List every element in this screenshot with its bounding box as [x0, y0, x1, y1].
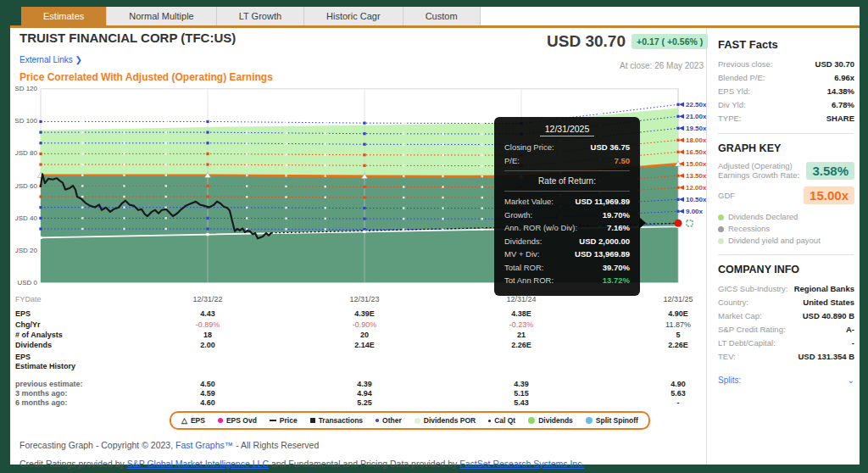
quarter-marker — [442, 175, 443, 177]
price-change-badge: +0.17 ( +0.56% ) — [632, 34, 708, 49]
quarter-marker — [325, 143, 326, 145]
quarter-marker — [246, 207, 248, 209]
splits-label: Splits: — [718, 376, 741, 385]
company-info-list: GICS Sub-Industry:Regional BanksCountry:… — [718, 282, 854, 364]
tab-normal-multiple[interactable]: Normal Multiple — [107, 7, 216, 25]
legend-label: Split Spinoff — [596, 416, 638, 425]
legend-label: Dividends POR — [424, 416, 476, 425]
year-marker — [206, 227, 209, 230]
splits-link[interactable]: Splits: ⌄ — [718, 376, 854, 385]
year-marker — [206, 163, 209, 165]
legend-item-dividends[interactable]: Dividends — [528, 416, 573, 425]
external-links-link[interactable]: External Links ❯ — [19, 55, 82, 64]
fact-value: USD 40.890 B — [803, 309, 854, 323]
year-marker — [206, 195, 209, 198]
legend-item-other[interactable]: Other — [376, 416, 402, 425]
legend-item-dividends-por[interactable]: Dividends POR — [415, 416, 476, 425]
quarter-marker — [442, 207, 443, 209]
year-marker — [363, 196, 365, 198]
legend-item-cal-qt[interactable]: Cal Qt — [488, 416, 515, 425]
table-cell: 18 — [157, 331, 259, 339]
factset-link[interactable]: FactSet Research Systems Inc. — [459, 459, 584, 469]
table-cell: 4.39 — [470, 380, 572, 388]
legend-item-split-spinoff[interactable]: Split Spinoff — [586, 416, 638, 425]
year-marker — [206, 217, 209, 220]
table-cell: FYDate — [15, 295, 42, 303]
legend-item-price[interactable]: Price — [270, 416, 298, 425]
fact-value: USD 30.70 — [815, 58, 854, 71]
tooltip-row: Ann. ROR (w/o Div):7.16% — [504, 221, 630, 235]
quarter-marker — [403, 154, 404, 156]
tab-lt-growth[interactable]: LT Growth — [217, 7, 304, 25]
legend-label: Cal Qt — [494, 416, 515, 425]
dividends-por-icon — [415, 418, 420, 424]
table-cell: Estimate History — [15, 362, 75, 370]
quarter-marker — [123, 217, 125, 219]
legend-label: EPS — [191, 416, 205, 425]
line-end-arrow-icon — [679, 149, 684, 154]
y-axis-tick: USD 40 — [15, 214, 38, 222]
line-end-arrow-icon — [679, 125, 684, 131]
bullet-label: Dividend yield and payout — [728, 235, 821, 247]
sp-global-link[interactable]: S&P Global Market Intelligence LLC — [127, 459, 269, 469]
fact-label: Market Cap: — [718, 309, 762, 323]
tooltip-section-title: Rate of Return: — [504, 175, 630, 187]
table-cell: 5.15 — [470, 389, 572, 398]
bullet-dot-icon — [718, 226, 724, 232]
price-icon — [270, 420, 276, 421]
fact-row: LT Debt/Capital:- — [718, 337, 854, 350]
quarter-marker — [81, 206, 83, 208]
cal-qt-icon — [488, 420, 491, 422]
providers-text: Credit Ratings provided by — [19, 459, 127, 469]
tooltip-row-value: 39.70% — [603, 261, 630, 275]
legend-item-eps-ovd[interactable]: EPS Ovd — [218, 416, 257, 425]
quarter-marker — [123, 206, 125, 208]
quarter-marker — [481, 186, 483, 187]
fact-label: EPS Yld: — [718, 85, 750, 98]
quarter-marker — [165, 120, 167, 122]
quarter-marker — [285, 186, 287, 187]
table-cell: EPS — [15, 353, 31, 361]
fact-value: - — [852, 337, 854, 350]
table-cell: EPS — [15, 309, 31, 318]
quarter-marker — [285, 175, 287, 176]
table-cell: # of Analysts — [15, 331, 63, 339]
quarter-marker — [165, 164, 167, 165]
table-cell: -0.89% — [157, 320, 259, 329]
tab-custom[interactable]: Custom — [403, 7, 481, 25]
quarter-marker — [442, 228, 443, 230]
fact-label: LT Debt/Capital: — [718, 337, 776, 350]
tooltip-row-label: P/E: — [504, 154, 520, 168]
quarter-marker — [598, 113, 600, 114]
dividends-icon — [528, 417, 535, 424]
quarter-marker — [246, 153, 248, 155]
fact-label: Previous close: — [718, 58, 772, 71]
legend-item-transactions[interactable]: Transactions — [310, 416, 363, 425]
fast-graphs-link[interactable]: Fast Graphs™ — [175, 440, 233, 450]
fact-value: SHARE — [826, 112, 854, 125]
quarter-marker — [81, 131, 83, 133]
table-cell: 4.94 — [314, 389, 415, 398]
quarter-marker — [123, 131, 125, 133]
fact-row: Market Cap:USD 40.890 B — [718, 309, 854, 323]
legend-label: EPS Ovd — [226, 416, 257, 425]
tab-historic-cagr[interactable]: Historic Cagr — [304, 7, 403, 25]
tooltip-row: Closing Price:USD 36.75 — [504, 141, 630, 154]
tooltip-arrow — [639, 217, 646, 229]
quarter-marker — [246, 228, 248, 230]
year-marker — [206, 142, 209, 144]
fact-row: Country:United States — [718, 296, 854, 309]
quarter-marker — [81, 228, 83, 230]
quarter-marker — [246, 196, 248, 198]
table-cell: 2.00 — [157, 341, 259, 349]
legend-item-eps[interactable]: △EPS — [181, 416, 205, 425]
fact-row: S&P Credit Rating:A- — [718, 323, 854, 337]
quarter-marker — [442, 186, 443, 187]
line-end-arrow-icon — [679, 197, 684, 202]
table-cell: 4.50 — [157, 380, 259, 388]
quarter-marker — [442, 154, 443, 156]
gdf-badge: 15.00x — [804, 186, 854, 204]
fact-label: Blended P/E: — [718, 71, 765, 85]
tab-estimates[interactable]: Estimates — [21, 7, 107, 25]
quarter-marker — [481, 133, 483, 135]
